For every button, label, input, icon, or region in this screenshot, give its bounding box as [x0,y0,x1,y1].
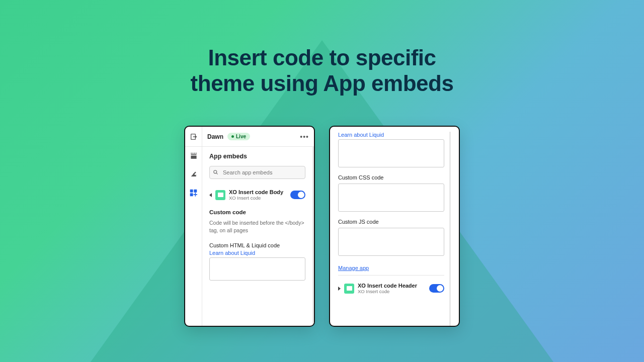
svg-rect-9 [190,193,193,196]
embed-title: XO Insert code Header [358,283,426,289]
caret-icon [338,287,341,291]
more-button[interactable]: ••• [300,133,309,141]
svg-rect-5 [194,153,195,154]
search-icon [213,169,219,175]
embed-title: XO Insert code Body [229,189,287,196]
theme-name: Dawn [207,133,223,140]
svg-rect-1 [191,154,196,155]
liquid-link[interactable]: Learn about Liquid [209,250,305,256]
card-theme-editor: Dawn Live ••• App embeds [184,126,315,327]
svg-rect-7 [190,189,193,192]
svg-rect-3 [191,153,192,154]
html-code-textarea[interactable] [209,257,305,281]
headline: Insert code to specific theme using App … [191,45,454,96]
card-scroll-continued: Learn about Liquid Custom CSS code Custo… [329,126,460,327]
cards-wrapper: Dawn Live ••• App embeds [184,126,460,327]
manage-app-link[interactable]: Manage app [338,265,444,271]
caret-icon [209,193,212,197]
svg-point-10 [214,170,217,173]
svg-rect-8 [194,189,197,192]
liquid-code-textarea[interactable] [338,139,444,167]
app-embeds-icon[interactable] [189,188,198,197]
search-input[interactable] [209,166,305,179]
topbar: Dawn Live ••• [185,127,314,147]
theme-settings-icon[interactable] [189,170,198,179]
svg-rect-4 [192,153,193,154]
exit-button[interactable] [185,127,202,146]
toggle-body[interactable] [290,191,305,199]
html-label: Custom HTML & Liquid code [209,242,305,248]
custom-code-desc: Code will be inserted before the </body>… [209,219,305,234]
embed-sub: XO Insert code [229,196,287,201]
svg-rect-6 [196,153,197,154]
left-rail [185,147,202,326]
js-label: Custom JS code [338,219,444,225]
embed-sub: XO Insert code [358,289,426,295]
sections-icon[interactable] [189,152,198,161]
custom-code-heading: Custom code [209,209,305,215]
divider [338,275,444,276]
embed-row-header[interactable]: XO Insert code Header XO Insert code [338,281,444,297]
embed-row-body[interactable]: XO Insert code Body XO Insert code [209,187,305,203]
svg-rect-2 [191,155,196,158]
app-icon [215,190,225,200]
live-badge: Live [227,133,250,140]
css-code-textarea[interactable] [338,184,444,212]
css-label: Custom CSS code [338,174,444,180]
section-title: App embeds [209,153,305,160]
app-icon [344,284,354,294]
toggle-header[interactable] [429,284,444,293]
liquid-link-2[interactable]: Learn about Liquid [338,132,444,138]
js-code-textarea[interactable] [338,228,444,256]
exit-icon [190,133,198,141]
